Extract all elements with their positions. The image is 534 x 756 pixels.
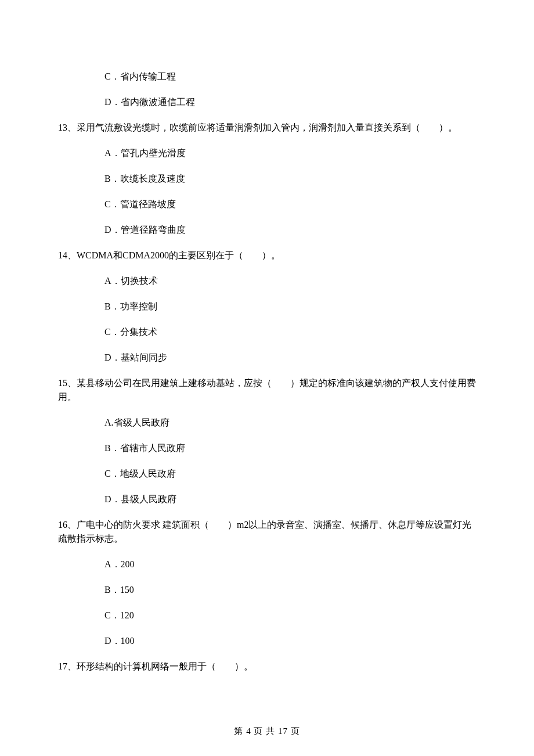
q13-option-c: C．管道径路坡度 (58, 192, 476, 217)
q16-option-a: A．200 (58, 552, 476, 577)
q13-stem: 13、采用气流敷设光缆时，吹缆前应将适量润滑剂加入管内，润滑剂加入量直接关系到（… (58, 115, 476, 141)
q14-option-d: D．基站间同步 (58, 345, 476, 370)
q15-option-d: D．县级人民政府 (58, 487, 476, 512)
q16-option-c: C．120 (58, 603, 476, 628)
q14-option-a: A．切换技术 (58, 268, 476, 294)
q15-stem: 15、某县移动公司在民用建筑上建移动基站，应按（ ）规定的标准向该建筑物的产权人… (58, 370, 476, 410)
q13-option-a: A．管孔内壁光滑度 (58, 141, 476, 166)
q12-option-d: D．省内微波通信工程 (58, 89, 476, 115)
q16-option-d: D．100 (58, 628, 476, 654)
q16-stem: 16、广电中心的防火要求 建筑面积（ ）m2以上的录音室、演播室、候播厅、休息厅… (58, 512, 476, 552)
q12-option-c: C．省内传输工程 (58, 64, 476, 89)
q15-option-c: C．地级人民政府 (58, 461, 476, 487)
q14-stem: 14、WCDMA和CDMA2000的主要区别在于（ ）。 (58, 243, 476, 268)
q17-stem: 17、环形结构的计算机网络一般用于（ ）。 (58, 654, 476, 679)
q15-option-a: A.省级人民政府 (58, 410, 476, 435)
page-footer: 第 4 页 共 17 页 (0, 725, 534, 738)
q14-option-b: B．功率控制 (58, 294, 476, 319)
document-page: C．省内传输工程 D．省内微波通信工程 13、采用气流敷设光缆时，吹缆前应将适量… (0, 0, 534, 756)
q14-option-c: C．分集技术 (58, 319, 476, 345)
q13-option-b: B．吹缆长度及速度 (58, 166, 476, 192)
q15-option-b: B．省辖市人民政府 (58, 435, 476, 461)
q16-option-b: B．150 (58, 577, 476, 603)
q13-option-d: D．管道径路弯曲度 (58, 217, 476, 243)
